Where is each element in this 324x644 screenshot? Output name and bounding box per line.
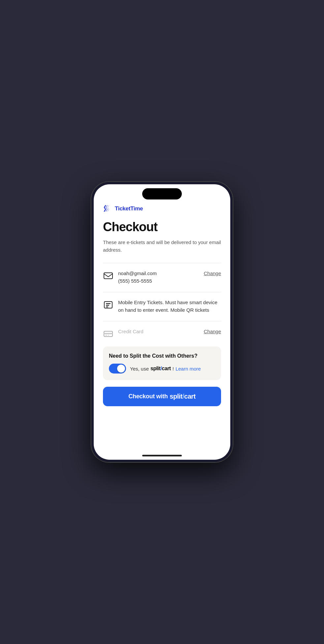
- user-phone: (555) 555-5555: [118, 277, 199, 285]
- email-icon: [103, 270, 113, 281]
- screen-content: TicketTime Checkout These are e-tickets …: [94, 184, 230, 460]
- payment-change-button[interactable]: Change: [204, 329, 221, 334]
- email-content: noah@gmail.com (555) 555-5555: [118, 270, 199, 285]
- home-indicator: [142, 455, 182, 456]
- payment-label: Credit Card: [118, 328, 199, 336]
- payment-row: Credit Card Change: [103, 328, 221, 339]
- divider-2: [103, 292, 221, 292]
- brand-name: TicketTime: [115, 205, 143, 212]
- svg-rect-2: [106, 303, 111, 304]
- user-email: noah@gmail.com: [118, 270, 199, 277]
- splitcart-brand: split/cart: [150, 366, 171, 372]
- email-row: noah@gmail.com (555) 555-5555 Change: [103, 270, 221, 285]
- brand-logo-icon: [103, 204, 112, 213]
- learn-more-link[interactable]: Learn more: [176, 366, 201, 372]
- split-description: Yes, use split/cart ! Learn more: [130, 366, 201, 372]
- phone-screen: TicketTime Checkout These are e-tickets …: [94, 184, 230, 460]
- ticket-content: Mobile Entry Tickets. Must have smart de…: [118, 299, 221, 314]
- exclamation: !: [173, 366, 174, 372]
- svg-rect-7: [105, 335, 107, 336]
- svg-rect-8: [108, 335, 109, 336]
- brand-header: TicketTime: [103, 204, 221, 213]
- split-title: Need to Split the Cost with Others?: [109, 353, 215, 359]
- splitcart-name: split: [150, 366, 160, 371]
- divider-1: [103, 263, 221, 263]
- email-change-button[interactable]: Change: [204, 270, 221, 276]
- divider-3: [103, 321, 221, 321]
- svg-rect-6: [104, 333, 113, 334]
- checkout-btn-prefix: Checkout with: [128, 393, 168, 400]
- credit-card-icon: [103, 329, 113, 339]
- ticket-icon: [103, 300, 113, 310]
- yes-text: Yes, use: [130, 366, 149, 372]
- dynamic-island: [142, 188, 182, 199]
- splitcart-suffix: cart: [162, 366, 171, 371]
- checkout-btn-brand: split/cart: [170, 393, 195, 400]
- checkout-button[interactable]: Checkout with split/cart: [103, 387, 221, 406]
- ticket-description: Mobile Entry Tickets. Must have smart de…: [118, 299, 221, 314]
- page-subtitle: These are e-tickets and will be delivere…: [103, 239, 221, 254]
- phone-frame: TicketTime Checkout These are e-tickets …: [91, 182, 233, 462]
- split-toggle[interactable]: [109, 364, 126, 374]
- page-title: Checkout: [103, 220, 221, 234]
- svg-rect-4: [106, 306, 108, 307]
- ticket-row: Mobile Entry Tickets. Must have smart de…: [103, 299, 221, 314]
- payment-content: Credit Card: [118, 328, 199, 336]
- toggle-knob: [117, 365, 125, 373]
- svg-rect-0: [104, 273, 113, 279]
- svg-rect-3: [106, 305, 109, 306]
- split-cost-box: Need to Split the Cost with Others? Yes,…: [103, 346, 221, 380]
- split-row: Yes, use split/cart ! Learn more: [109, 364, 215, 374]
